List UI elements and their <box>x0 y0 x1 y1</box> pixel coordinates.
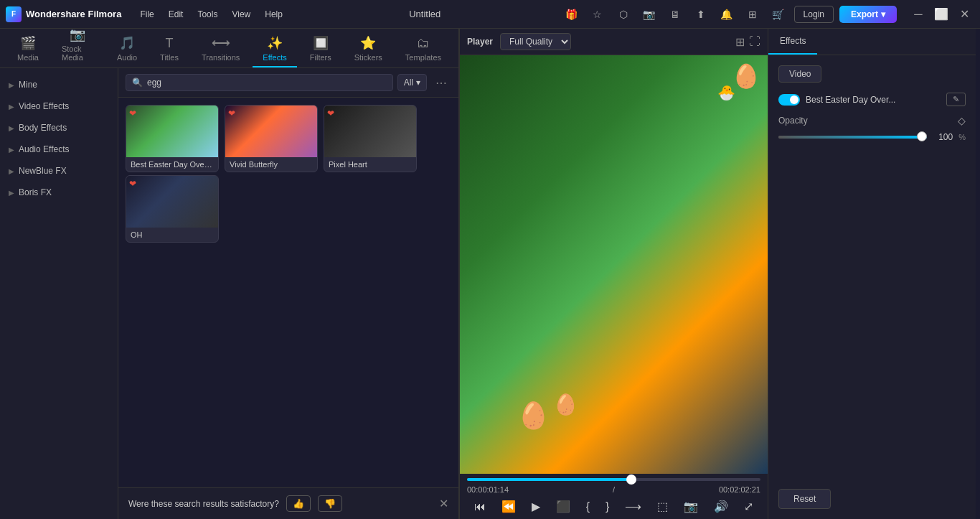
tab-audio[interactable]: 🎵 Audio <box>107 31 147 67</box>
opacity-handle[interactable] <box>917 131 927 141</box>
thumbdown-button[interactable]: 👎 <box>318 495 342 512</box>
screen-icon[interactable]: 🖥 <box>665 4 685 24</box>
tab-effects[interactable]: ✨ Effects <box>253 31 296 67</box>
right-panel-content: Video Best Easter Day Over... ✎ Opacity … <box>768 55 976 489</box>
search-input[interactable] <box>147 78 387 88</box>
chevron-right-icon: ▶ <box>9 124 14 132</box>
gift-icon[interactable]: 🎁 <box>562 4 582 24</box>
upload-icon[interactable]: ⬆ <box>691 4 711 24</box>
sidebar-label-body-effects: Body Effects <box>19 123 67 133</box>
fullscreen-button[interactable]: ⤢ <box>740 498 758 515</box>
right-tab-effects[interactable]: Effects <box>768 29 817 55</box>
effects-icon: ✨ <box>267 35 283 51</box>
opacity-slider-wrap: 100 % <box>778 132 966 142</box>
effect-toggle[interactable] <box>778 94 800 106</box>
extract-button[interactable]: ⟶ <box>621 498 646 515</box>
sidebar-item-newblue-fx[interactable]: ▶ NewBlue FX <box>0 160 118 182</box>
sidebar-item-audio-effects[interactable]: ▶ Audio Effects <box>0 139 118 160</box>
close-button[interactable]: ✕ <box>954 4 974 24</box>
tab-filters[interactable]: 🔲 Filters <box>300 31 341 67</box>
effect-card-pixel[interactable]: ❤ Pixel Heart <box>324 105 417 172</box>
more-options-button[interactable]: ⋯ <box>431 75 451 91</box>
sidebar-label-newblue-fx: NewBlue FX <box>19 166 67 176</box>
opacity-label: Opacity <box>778 116 808 126</box>
thumbup-button[interactable]: 👍 <box>286 495 311 512</box>
tab-templates-label: Templates <box>405 53 441 62</box>
mark-in-button[interactable]: { <box>582 499 594 515</box>
filter-dropdown[interactable]: All ▾ <box>397 74 427 91</box>
sidebar-item-boris-fx[interactable]: ▶ Boris FX <box>0 182 118 203</box>
menu-edit[interactable]: Edit <box>163 6 189 22</box>
star-icon[interactable]: ☆ <box>588 4 608 24</box>
progress-bar[interactable] <box>467 478 760 481</box>
effect-thumbnail: ❤ <box>225 106 318 157</box>
play-button[interactable]: ▶ <box>527 498 545 515</box>
sidebar-item-body-effects[interactable]: ▶ Body Effects <box>0 117 118 139</box>
notification-icon[interactable]: 🔔 <box>717 4 737 24</box>
reset-button[interactable]: Reset <box>778 489 831 509</box>
menu-tools[interactable]: Tools <box>192 6 223 22</box>
right-panel: Effects Video Best Easter Day Over... ✎ … <box>768 29 976 519</box>
progress-handle[interactable] <box>626 474 636 485</box>
chevron-down-icon: ▾ <box>416 78 420 88</box>
tab-stock-media[interactable]: 📷 Stock Media <box>52 22 104 67</box>
topbar-center: Untitled <box>294 9 556 19</box>
tab-stickers[interactable]: ⭐ Stickers <box>344 31 392 67</box>
opacity-value: 100 <box>933 132 953 142</box>
effect-card-oh[interactable]: ❤ OH <box>126 175 219 243</box>
stop-button[interactable]: ⬛ <box>552 498 575 515</box>
tab-titles-label: Titles <box>160 53 179 62</box>
snapshot-button[interactable]: 📷 <box>679 498 702 515</box>
sidebar-label-video-effects: Video Effects <box>19 101 69 111</box>
feedback-close-button[interactable]: ✕ <box>439 497 448 510</box>
sidebar-item-video-effects[interactable]: ▶ Video Effects <box>0 95 118 117</box>
grid-view-icon[interactable]: ⊞ <box>735 35 745 49</box>
effects-layout: ▶ Mine ▶ Video Effects ▶ Body Effects ▶ … <box>0 68 458 519</box>
menu-help[interactable]: Help <box>259 6 288 22</box>
search-bar: 🔍 All ▾ ⋯ <box>118 68 458 98</box>
export-button[interactable]: Export ▾ <box>839 6 897 23</box>
effect-edit-button[interactable]: ✎ <box>946 93 966 106</box>
quality-select[interactable]: Full Quality 1/2 Quality 1/4 Quality <box>500 33 571 50</box>
menu-view[interactable]: View <box>226 6 256 22</box>
video-tab-button[interactable]: Video <box>778 65 821 83</box>
minimize-button[interactable]: ─ <box>908 4 928 24</box>
pip-button[interactable]: ⬚ <box>653 498 672 515</box>
audio-button[interactable]: 🔊 <box>710 498 732 515</box>
templates-icon: 🗂 <box>417 36 430 51</box>
audio-icon: 🎵 <box>119 35 135 51</box>
grid-icon[interactable]: ⊞ <box>743 4 763 24</box>
opacity-percent: % <box>958 133 966 141</box>
rewind-button[interactable]: ⏪ <box>497 498 520 515</box>
opacity-slider[interactable] <box>778 136 927 139</box>
cart-icon[interactable]: 🛒 <box>768 4 788 24</box>
share-icon[interactable]: ⬡ <box>613 4 633 24</box>
keyframe-icon[interactable]: ◇ <box>958 115 966 126</box>
maximize-button[interactable]: ⬜ <box>931 4 951 24</box>
menu-file[interactable]: File <box>134 6 159 22</box>
fullscreen-icon[interactable]: ⛶ <box>749 35 760 49</box>
tab-titles[interactable]: T Titles <box>150 32 189 67</box>
mark-out-button[interactable]: } <box>601 499 613 515</box>
tab-media[interactable]: 🎬 Media <box>7 31 49 67</box>
app-logo: F Wondershare Filmora <box>6 6 121 22</box>
effect-toggle-row: Best Easter Day Over... ✎ <box>778 93 966 106</box>
tab-templates[interactable]: 🗂 Templates <box>395 32 451 67</box>
camera-icon[interactable]: 📷 <box>639 4 659 24</box>
effect-thumbnail: ❤ <box>324 106 417 157</box>
video-frame: 🥚 🐣 🥚 🥚 <box>460 55 768 474</box>
menu-bar: File Edit Tools View Help <box>134 6 288 22</box>
titles-icon: T <box>166 36 174 51</box>
login-button[interactable]: Login <box>794 6 834 23</box>
effect-card-butterfly[interactable]: ❤ Vivid Butterfly <box>225 105 318 172</box>
filters-icon: 🔲 <box>313 35 329 51</box>
feedback-bar: Were these search results satisfactory? … <box>118 487 458 519</box>
tab-transitions[interactable]: ⟷ Transitions <box>192 31 250 67</box>
effects-row-2: ❤ OH <box>126 175 451 243</box>
opacity-section: Opacity ◇ 100 % <box>778 115 966 142</box>
prev-frame-button[interactable]: ⏮ <box>470 499 490 515</box>
left-panel: 🎬 Media 📷 Stock Media 🎵 Audio T Titles ⟷… <box>0 29 459 519</box>
player-icons: ⊞ ⛶ <box>735 35 760 49</box>
sidebar-item-mine[interactable]: ▶ Mine <box>0 74 118 95</box>
effect-card-easter[interactable]: ❤ Best Easter Day Overla... <box>126 105 219 172</box>
